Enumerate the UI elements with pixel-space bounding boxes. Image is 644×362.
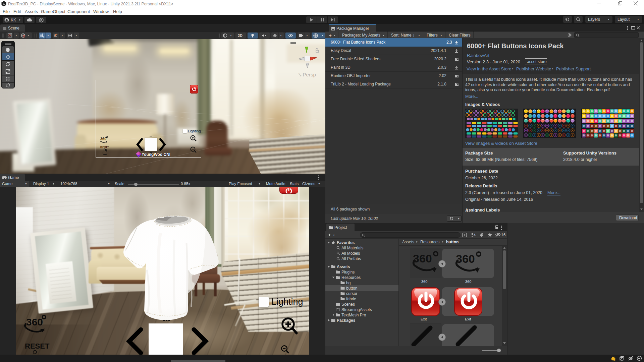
svg-text:x: x [317, 58, 319, 61]
svg-text:360: 360 [26, 316, 43, 327]
svg-text:Y: Y [43, 35, 45, 38]
svg-text:RESET: RESET [100, 145, 109, 149]
svg-text:360: 360 [456, 252, 475, 265]
svg-text:360: 360 [100, 137, 106, 141]
svg-text:360: 360 [413, 252, 432, 265]
svg-text:y: y [306, 44, 307, 47]
